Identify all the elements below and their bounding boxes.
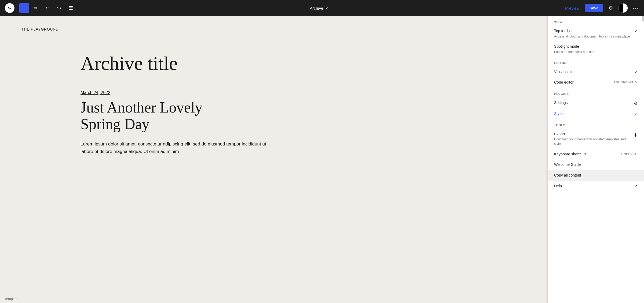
archive-label: Archive (310, 6, 323, 10)
styles-item[interactable]: Styles ✓ (548, 109, 644, 119)
export-item[interactable]: Export Download your theme with updated … (548, 129, 644, 149)
settings-item[interactable]: Settings ⚙ (548, 98, 644, 109)
pencil-icon: ✏ (34, 5, 38, 11)
post-excerpt: Lorem ipsum dolor sit amet, consectetur … (80, 140, 274, 155)
archive-page-title: Archive title (80, 53, 623, 74)
redo-icon: ↪ (57, 5, 61, 11)
help-external-icon: ↗ (634, 184, 638, 188)
redo-button[interactable]: ↪ (54, 3, 64, 13)
chevron-down-icon: ∨ (325, 6, 328, 10)
welcome-guide-title: Welcome Guide (554, 162, 634, 167)
undo-icon: ↩ (45, 5, 49, 11)
view-options-dropdown: VIEW Top toolbar Access all block and do… (547, 16, 644, 303)
code-editor-item[interactable]: Code editor Ctrl+Shift+Alt+M (548, 77, 644, 88)
keyboard-shortcuts-title: Keyboard shortcuts (554, 152, 618, 157)
visual-editor-title: Visual editor (554, 69, 631, 75)
export-desc: Download your theme with updated templat… (554, 137, 630, 146)
keyboard-shortcuts-shortcut: Shift+Alt+H (621, 152, 638, 156)
archive-selector-button[interactable]: Archive ∨ (306, 4, 331, 12)
styles-title: Styles (554, 111, 631, 117)
help-item[interactable]: Help ↗ (548, 181, 644, 192)
contrast-button[interactable] (618, 3, 628, 13)
list-view-button[interactable]: ☰ (65, 3, 76, 13)
top-toolbar-check-icon: ✓ (634, 29, 638, 33)
settings-gear-icon: ⚙ (634, 101, 638, 106)
spotlight-mode-desc: Focus on one block at a time (554, 50, 634, 54)
save-button[interactable]: Save (585, 4, 603, 12)
copy-all-content-item[interactable]: Copy all content (548, 170, 644, 181)
site-logo: THE PLAYGROUND (21, 27, 59, 31)
svg-text:W: W (8, 6, 12, 10)
export-title: Export (554, 132, 630, 137)
top-toolbar-title: Top toolbar (554, 28, 631, 34)
post-title: Just Another Lovely Spring Day (80, 99, 623, 132)
more-icon: ⋯ (632, 5, 638, 12)
tools-section-label: TOOLS (548, 119, 644, 129)
list-icon: ☰ (69, 5, 73, 11)
wp-logo[interactable]: W (3, 0, 16, 16)
view-section-label: VIEW (548, 16, 644, 26)
keyboard-shortcuts-item[interactable]: Keyboard shortcuts Shift+Alt+H (548, 149, 644, 160)
copy-all-content-title: Copy all content (554, 173, 634, 178)
code-editor-title: Code editor (554, 80, 611, 85)
settings-button[interactable]: ⚙ (605, 3, 616, 13)
welcome-guide-item[interactable]: Welcome Guide (548, 159, 644, 170)
scrollbar[interactable] (642, 16, 644, 21)
spotlight-mode-title: Spotlight mode (554, 44, 634, 49)
code-editor-shortcut: Ctrl+Shift+Alt+M (614, 80, 638, 84)
editor-section-label: EDITOR (548, 57, 644, 67)
edit-button[interactable]: ✏ (30, 3, 41, 13)
top-toolbar-desc: Access all block and document tools in a… (554, 34, 631, 39)
template-label: Template (0, 295, 23, 303)
visual-editor-check-icon: ✓ (634, 70, 638, 74)
plugins-section-label: PLUGINS (548, 88, 644, 98)
preview-button[interactable]: Preview (562, 4, 583, 12)
settings-title: Settings (554, 100, 631, 106)
toolbar-center: Archive ∨ (76, 4, 562, 12)
toolbar: W + ✏ ↩ ↪ ☰ Archive ∨ Preview Save (0, 0, 644, 16)
gear-icon: ⚙ (609, 5, 613, 11)
styles-check-icon: ✓ (634, 112, 638, 116)
wp-logo-icon: W (5, 3, 14, 13)
undo-button[interactable]: ↩ (42, 3, 53, 13)
toolbar-right: Preview Save ⚙ ⋯ (562, 3, 641, 13)
export-download-icon: ⬇ (634, 132, 638, 138)
post-date: March 24, 2022 (80, 90, 623, 95)
visual-editor-item[interactable]: Visual editor ✓ (548, 67, 644, 77)
more-options-button[interactable]: ⋯ (630, 3, 641, 13)
add-block-button[interactable]: + (19, 3, 29, 13)
help-title: Help (554, 184, 631, 189)
spotlight-mode-item[interactable]: Spotlight mode Focus on one block at a t… (548, 41, 644, 57)
toolbar-left: W + ✏ ↩ ↪ ☰ (3, 0, 76, 16)
top-toolbar-item[interactable]: Top toolbar Access all block and documen… (548, 26, 644, 41)
